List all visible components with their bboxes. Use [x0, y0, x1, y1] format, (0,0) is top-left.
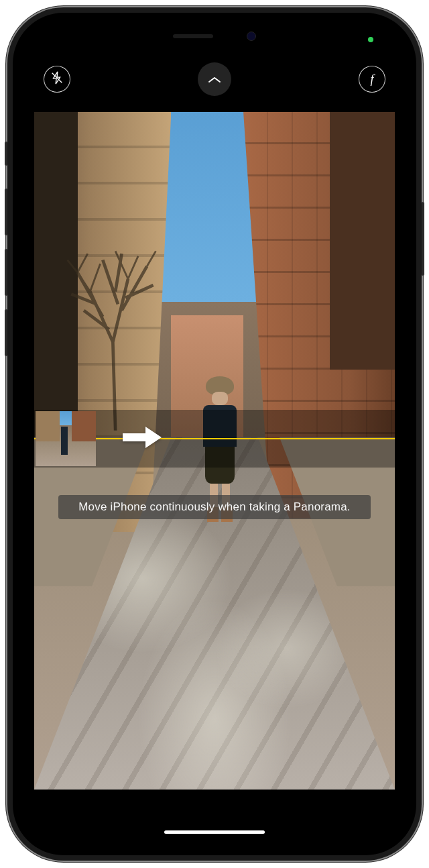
- side-button: [422, 202, 424, 276]
- flash-toggle-button[interactable]: [44, 66, 70, 93]
- home-indicator[interactable]: [164, 830, 265, 834]
- flash-off-icon: [50, 70, 64, 89]
- instruction-text: Move iPhone continuously when taking a P…: [78, 500, 351, 513]
- panorama-preview-thumbnail: [36, 411, 96, 466]
- phone-frame: f: [7, 7, 422, 861]
- camera-active-indicator: [368, 37, 373, 42]
- front-camera: [247, 32, 256, 41]
- panorama-direction-arrow: [121, 424, 164, 453]
- arrow-right-icon: [121, 441, 164, 453]
- camera-top-bar: f: [25, 62, 404, 96]
- f-stop-icon: f: [370, 72, 373, 87]
- camera-controls-expand-button[interactable]: [198, 62, 231, 96]
- screen: f: [25, 25, 404, 843]
- panorama-guide-strip[interactable]: [34, 410, 395, 468]
- side-button: [5, 188, 7, 235]
- depth-options-button[interactable]: f: [359, 66, 385, 93]
- side-button: [5, 249, 7, 296]
- side-button: [5, 309, 7, 356]
- side-button: [5, 142, 7, 166]
- chevron-up-icon: [208, 72, 221, 87]
- notch: [141, 25, 288, 48]
- panorama-instruction-bar: Move iPhone continuously when taking a P…: [58, 495, 371, 519]
- speaker: [173, 34, 213, 38]
- camera-viewfinder[interactable]: Move iPhone continuously when taking a P…: [34, 112, 395, 790]
- scene-building: [330, 112, 395, 370]
